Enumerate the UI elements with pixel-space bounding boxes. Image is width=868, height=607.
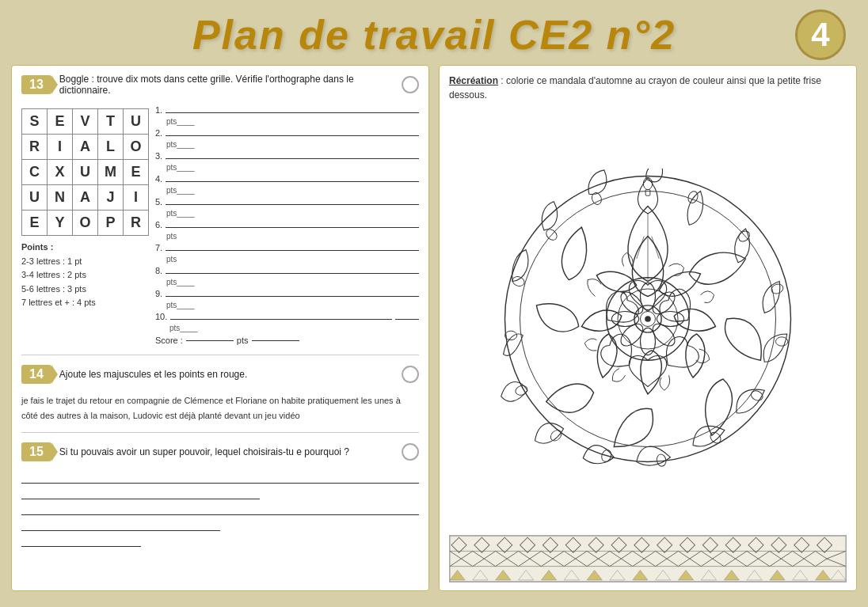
cell-31: N [48, 185, 73, 211]
frise-container [449, 535, 847, 582]
points-line3: 5-6 lettres : 3 pts [21, 284, 86, 294]
svg-point-2 [643, 177, 652, 189]
word-line-1 [166, 112, 419, 113]
word-line-2 [166, 135, 419, 136]
svg-point-4 [687, 189, 699, 203]
score-row: Score : pts [155, 336, 419, 345]
word-pts-10: pts____ [155, 324, 419, 332]
word-item-8: 8. [155, 266, 419, 275]
cell-13: L [98, 135, 124, 160]
word-pts-2: pts____ [155, 140, 419, 149]
cell-22: U [73, 160, 98, 185]
cell-03: T [98, 109, 124, 135]
divider1 [21, 355, 419, 355]
word-item-6: 6. [155, 220, 419, 230]
task15-circle[interactable] [402, 443, 419, 461]
task13-circle[interactable] [402, 76, 419, 93]
cell-23: M [98, 160, 124, 185]
cell-43: P [98, 211, 124, 236]
cell-20: C [22, 160, 48, 185]
points-title: Points : [21, 242, 53, 252]
main-content: 13 Boggle : trouve dix mots dans cette g… [0, 65, 868, 599]
cell-00: S [22, 109, 48, 135]
word-line-10b [395, 319, 419, 320]
svg-line-19 [637, 236, 645, 259]
word-list: 1. pts____ 2. pts____ 3. pts____ 4. [155, 105, 419, 345]
word-num-2: 2. [155, 128, 162, 138]
cell-11: I [48, 135, 73, 160]
svg-line-20 [652, 236, 660, 259]
score-underline [186, 340, 234, 341]
cell-02: V [73, 109, 98, 135]
word-pts-4: pts____ [155, 186, 419, 195]
mandala-svg [497, 169, 798, 469]
task15-number: 15 [21, 442, 51, 461]
cell-10: R [22, 135, 48, 160]
page-title: Plan de travail CE2 n°2 [0, 0, 868, 65]
word-pts-8: pts____ [155, 278, 419, 286]
task13-number: 13 [21, 75, 51, 94]
cell-04: U [124, 109, 149, 135]
task15-header: 15 Si tu pouvais avoir un super pouvoir,… [21, 442, 419, 461]
svg-point-7 [776, 336, 788, 345]
points-line1: 2-3 lettres : 1 pt [21, 256, 82, 266]
task14-header: 14 Ajoute les majuscules et les points e… [21, 365, 419, 384]
boggle-left: S E V T U R I A L O C X [21, 105, 149, 345]
word-line-7 [166, 250, 419, 251]
word-line-4 [166, 181, 419, 182]
word-line-8 [166, 273, 419, 274]
svg-point-12 [549, 427, 564, 442]
word-item-5: 5. [155, 197, 419, 207]
word-item-9: 9. [155, 289, 419, 298]
word-line-3 [166, 158, 419, 159]
word-line-6 [166, 227, 419, 228]
boggle-section: S E V T U R I A L O C X [21, 105, 419, 345]
points-line2: 3-4 lettres : 2 pts [21, 270, 86, 279]
task14-circle[interactable] [402, 366, 419, 383]
word-item-7: 7. [155, 243, 419, 252]
word-item-10: 10. [155, 312, 419, 321]
task15-lines [21, 471, 419, 550]
task14-number: 14 [21, 365, 51, 384]
cell-24: E [124, 160, 149, 185]
cell-44: R [124, 211, 149, 236]
word-num-7: 7. [155, 243, 162, 252]
mandala-container [449, 108, 847, 529]
cell-30: U [22, 185, 48, 211]
boggle-grid: S E V T U R I A L O C X [21, 108, 149, 236]
word-pts-6: pts [155, 232, 419, 241]
word-pts-3: pts____ [155, 163, 419, 172]
cell-01: E [48, 109, 73, 135]
recreation-instruction: : colorie ce mandala d'automne au crayon… [449, 75, 821, 101]
answer-line-3 [21, 503, 419, 515]
number-badge: 4 [795, 9, 846, 60]
svg-rect-34 [450, 536, 846, 582]
score-pts: pts [237, 336, 249, 345]
word-num-1: 1. [155, 105, 162, 115]
word-num-5: 5. [155, 197, 162, 207]
score-label: Score : [155, 336, 183, 345]
word-num-6: 6. [155, 220, 162, 230]
word-pts-9: pts____ [155, 301, 419, 309]
points-info: Points : 2-3 lettres : 1 pt 3-4 lettres … [21, 241, 149, 310]
word-line-9 [166, 296, 419, 297]
answer-line-1 [21, 471, 419, 484]
cell-33: J [98, 185, 124, 211]
right-panel: Récréation : colorie ce mandala d'automn… [439, 65, 857, 591]
cell-42: O [73, 211, 98, 236]
answer-line-5 [21, 534, 141, 547]
word-item-3: 3. [155, 151, 419, 161]
recreation-header: Récréation : colorie ce mandala d'automn… [449, 74, 847, 102]
word-num-9: 9. [155, 289, 162, 298]
word-item-2: 2. [155, 128, 419, 138]
word-line-10 [170, 319, 392, 320]
cell-14: O [124, 135, 149, 160]
word-num-10: 10. [155, 312, 167, 321]
svg-point-33 [645, 316, 651, 322]
cell-21: X [48, 160, 73, 185]
answer-line-2 [21, 487, 260, 499]
cell-34: I [124, 185, 149, 211]
score-underline2 [252, 340, 299, 341]
word-item-1: 1. [155, 105, 419, 115]
word-pts-5: pts____ [155, 209, 419, 218]
